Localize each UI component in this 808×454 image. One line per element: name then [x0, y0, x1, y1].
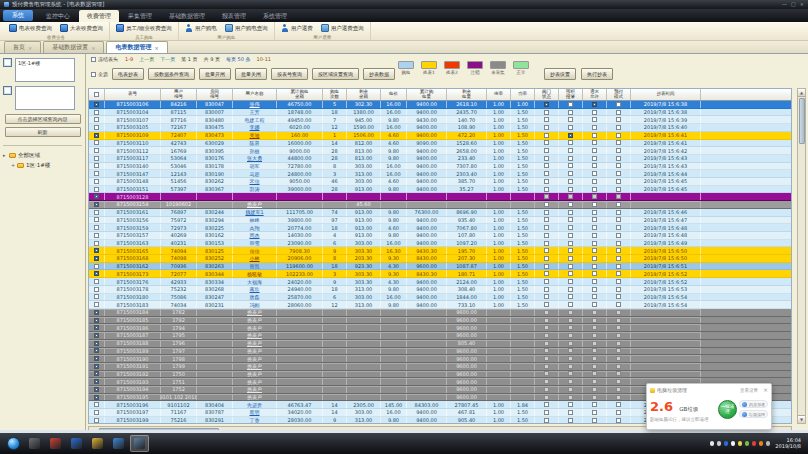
- status-checkbox[interactable]: [592, 364, 597, 369]
- status-checkbox[interactable]: [592, 387, 597, 392]
- status-checkbox[interactable]: [592, 294, 597, 299]
- filter-button-1[interactable]: 电表抄表: [112, 68, 144, 80]
- status-checkbox[interactable]: [568, 287, 573, 292]
- status-checkbox[interactable]: [544, 225, 549, 230]
- status-checkbox[interactable]: [592, 125, 597, 130]
- row-select-checkbox[interactable]: [94, 379, 99, 384]
- table-row[interactable]: 87150031891797换表户9600.00: [89, 348, 791, 356]
- status-checkbox[interactable]: [592, 225, 597, 230]
- table-row[interactable]: 87150031851792换表户9600.00: [89, 317, 791, 325]
- pager-item-7[interactable]: 10-11: [256, 56, 271, 62]
- status-checkbox[interactable]: [616, 364, 621, 369]
- row-select-checkbox[interactable]: [94, 325, 99, 330]
- status-checkbox[interactable]: [592, 348, 597, 353]
- status-checkbox[interactable]: [544, 233, 549, 238]
- status-checkbox[interactable]: [592, 110, 597, 115]
- status-checkbox[interactable]: [544, 140, 549, 145]
- status-checkbox[interactable]: [592, 171, 597, 176]
- ribbon-tab-1[interactable]: 监控中心: [38, 10, 78, 22]
- status-checkbox[interactable]: [592, 202, 597, 207]
- ribbon-button[interactable]: 用户购电查询: [225, 24, 268, 32]
- table-row[interactable]: 871500315410190602换表户45.60: [89, 201, 791, 209]
- popup-side-item-1[interactable]: 内存加速: [739, 400, 768, 408]
- user-name-link[interactable]: 先进贵: [247, 402, 262, 408]
- status-checkbox[interactable]: [592, 325, 597, 330]
- pager-item-4[interactable]: 第 1 页: [181, 56, 197, 62]
- table-row[interactable]: 871500311042743630029陈晨16000.0014812.004…: [89, 140, 791, 148]
- area-picker-listbox[interactable]: 1区·1#楼: [15, 58, 75, 82]
- user-name-link[interactable]: 换表户: [247, 201, 262, 207]
- user-name-link[interactable]: 大福海: [247, 279, 262, 285]
- row-select-checkbox[interactable]: [94, 194, 99, 199]
- status-checkbox[interactable]: [568, 225, 573, 230]
- status-checkbox[interactable]: [544, 248, 549, 253]
- ribbon-tab-2[interactable]: 收费管理: [79, 10, 119, 22]
- user-name-link[interactable]: 换表户: [247, 356, 262, 362]
- table-row[interactable]: 871500316270936830263曾凯119600.0018923.30…: [89, 263, 791, 271]
- table-row[interactable]: 871500315740269830162周杰14030.004913.009.…: [89, 232, 791, 240]
- status-checkbox[interactable]: [544, 241, 549, 246]
- column-header-10[interactable]: 累计购 电量: [407, 89, 447, 100]
- status-checkbox[interactable]: [592, 148, 597, 153]
- tray-icon-3[interactable]: [724, 441, 729, 446]
- row-select-checkbox[interactable]: [94, 248, 99, 253]
- status-checkbox[interactable]: [568, 148, 573, 153]
- table-row[interactable]: 87150031921750换表户9600.00: [89, 371, 791, 379]
- status-checkbox[interactable]: [568, 241, 573, 246]
- tree-expand-icon[interactable]: +: [11, 162, 15, 168]
- tree-expand-icon[interactable]: ▸: [3, 152, 7, 158]
- row-select-checkbox[interactable]: [94, 148, 99, 153]
- status-checkbox[interactable]: [616, 402, 621, 407]
- freeze-header-checkbox[interactable]: 冻结表头: [91, 56, 118, 62]
- row-select-checkbox[interactable]: [94, 202, 99, 207]
- status-checkbox[interactable]: [568, 395, 573, 400]
- row-select-checkbox[interactable]: [94, 333, 99, 338]
- user-name-link[interactable]: 换表户: [247, 317, 262, 323]
- column-header-2[interactable]: 表号: [105, 89, 161, 100]
- taskbar-app-blue-doc-app[interactable]: [67, 435, 86, 452]
- row-select-checkbox[interactable]: [94, 371, 99, 376]
- row-select-checkbox[interactable]: [94, 241, 99, 246]
- status-checkbox[interactable]: [616, 395, 621, 400]
- status-checkbox[interactable]: [568, 318, 573, 323]
- status-checkbox[interactable]: [592, 217, 597, 222]
- status-checkbox[interactable]: [616, 271, 621, 276]
- user-name-link[interactable]: 周杰: [250, 232, 260, 238]
- tray-icon-2[interactable]: [717, 441, 722, 446]
- row-select-checkbox[interactable]: [94, 133, 99, 138]
- maximize-icon[interactable]: □: [791, 2, 796, 7]
- status-checkbox[interactable]: [568, 210, 573, 215]
- tray-icon-9[interactable]: [766, 441, 771, 446]
- ribbon-button[interactable]: 员工/物业收费查询: [116, 24, 172, 32]
- user-name-link[interactable]: 韩雪: [250, 240, 260, 246]
- row-select-checkbox[interactable]: [94, 163, 99, 168]
- user-name-link[interactable]: 陈晨: [250, 140, 260, 146]
- row-select-checkbox[interactable]: [94, 264, 99, 269]
- row-select-checkbox[interactable]: [94, 187, 99, 192]
- status-checkbox[interactable]: [592, 248, 597, 253]
- status-checkbox[interactable]: [544, 395, 549, 400]
- ribbon-button[interactable]: 用户退费查询: [321, 24, 364, 32]
- table-row[interactable]: 871500311753064830176张大勇44800.0028813.00…: [89, 155, 791, 163]
- pager-item-6[interactable]: 每页 50 条: [226, 56, 251, 62]
- user-name-link[interactable]: 换表户: [247, 363, 262, 369]
- row-select-checkbox[interactable]: [94, 294, 99, 299]
- status-checkbox[interactable]: [616, 279, 621, 284]
- status-checkbox[interactable]: [592, 371, 597, 376]
- status-checkbox[interactable]: [568, 248, 573, 253]
- filter-button-5[interactable]: 按表号查询: [271, 68, 308, 80]
- row-select-checkbox[interactable]: [94, 217, 99, 222]
- status-checkbox[interactable]: [544, 279, 549, 284]
- status-checkbox[interactable]: [544, 187, 549, 192]
- row-select-checkbox[interactable]: [94, 156, 99, 161]
- status-checkbox[interactable]: [592, 279, 597, 284]
- status-checkbox[interactable]: [544, 418, 549, 423]
- status-checkbox[interactable]: [568, 356, 573, 361]
- status-checkbox[interactable]: [616, 302, 621, 307]
- status-checkbox[interactable]: [592, 210, 597, 215]
- status-checkbox[interactable]: [592, 233, 597, 238]
- status-checkbox[interactable]: [616, 110, 621, 115]
- status-checkbox[interactable]: [544, 125, 549, 130]
- status-checkbox[interactable]: [544, 410, 549, 415]
- popup-side-item-2[interactable]: 垃圾清理: [739, 410, 768, 418]
